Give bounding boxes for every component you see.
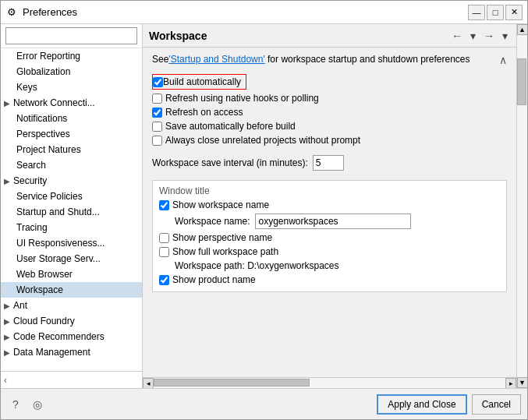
- tree-item-cloud-foundry[interactable]: ▶Cloud Foundry: [1, 313, 142, 329]
- show-perspective-label[interactable]: Show perspective name: [172, 232, 272, 243]
- close-unrelated-label[interactable]: Always close unrelated projects without …: [165, 135, 360, 146]
- bottom-left: ? ◎: [7, 396, 46, 413]
- tree-item-startup-shutdown[interactable]: Startup and Shutd...: [1, 204, 142, 220]
- checkbox-section: Build automaticallyRefresh using native …: [152, 74, 507, 146]
- window-title-label: Window title: [159, 185, 500, 196]
- nav-forward-button[interactable]: →: [481, 29, 497, 43]
- startup-shutdown-link[interactable]: 'Startup and Shutdown': [168, 54, 264, 65]
- tree-item-label: Error Reporting: [16, 51, 80, 62]
- build-auto-checkbox[interactable]: [153, 77, 163, 87]
- refresh-native-checkbox[interactable]: [152, 94, 162, 104]
- nav-dropdown-button[interactable]: ▾: [468, 29, 478, 43]
- nav-more-button[interactable]: ▾: [500, 29, 510, 43]
- tree-item-code-recommenders[interactable]: ▶Code Recommenders: [1, 329, 142, 344]
- tree-arrow-icon: ▶: [4, 177, 13, 185]
- show-product-row: Show product name: [159, 274, 500, 285]
- startup-prefix: See: [152, 54, 168, 65]
- scroll-track: [517, 35, 527, 377]
- tree-item-perspectives[interactable]: Perspectives: [1, 126, 142, 142]
- tree-item-web-browser[interactable]: Web Browser: [1, 266, 142, 282]
- nav-back-button[interactable]: ←: [449, 29, 465, 43]
- tree-item-tracing[interactable]: Tracing: [1, 220, 142, 235]
- tree-item-label: Workspace: [16, 284, 63, 295]
- tree-arrow-icon: ▶: [4, 99, 13, 108]
- h-scroll-left-arrow[interactable]: ◂: [143, 378, 154, 389]
- refresh-access-label[interactable]: Refresh on access: [165, 107, 243, 118]
- show-perspective-checkbox[interactable]: [159, 233, 169, 243]
- show-product-checkbox[interactable]: [159, 275, 169, 285]
- tree-item-ant[interactable]: ▶Ant: [1, 298, 142, 313]
- scroll-thumb[interactable]: [517, 58, 526, 105]
- tree-arrow-icon: ▶: [4, 317, 13, 326]
- h-scroll-thumb[interactable]: [154, 379, 310, 386]
- content-area: Error ReportingGlobalizationKeys▶Network…: [1, 24, 527, 388]
- checkbox-row-build-auto: Build automatically: [152, 74, 507, 90]
- tree-item-label: Globalization: [16, 66, 70, 77]
- collapse-icon[interactable]: ∧: [499, 54, 507, 66]
- maximize-button[interactable]: □: [487, 5, 504, 20]
- tree-item-network-connections[interactable]: ▶Network Connecti...: [1, 95, 142, 111]
- save-before-build-checkbox[interactable]: [152, 122, 162, 132]
- tree-item-workspace[interactable]: Workspace: [1, 282, 142, 298]
- left-arrow-icon[interactable]: ‹: [4, 375, 7, 386]
- tree-item-label: Security: [13, 175, 47, 186]
- tree-item-label: Notifications: [16, 113, 67, 124]
- tree-item-label: Search: [16, 160, 46, 171]
- workspace-name-input[interactable]: [255, 214, 411, 229]
- refresh-native-label[interactable]: Refresh using native hooks or polling: [165, 93, 319, 104]
- startup-suffix: for workspace startup and shutdown prefe…: [265, 54, 470, 65]
- show-full-path-row: Show full workspace path: [159, 246, 500, 257]
- tree-item-user-storage[interactable]: User Storage Serv...: [1, 251, 142, 266]
- interval-label: Workspace save interval (in minutes):: [152, 157, 308, 168]
- tree-item-label: Startup and Shutd...: [16, 206, 100, 217]
- search-input[interactable]: [5, 27, 137, 44]
- scroll-down-arrow[interactable]: ▼: [517, 377, 528, 388]
- panel-title: Workspace: [149, 30, 207, 42]
- window-controls: — □ ✕: [468, 5, 523, 20]
- tree-area: Error ReportingGlobalizationKeys▶Network…: [1, 48, 142, 371]
- bottom-right: Apply and Close Cancel: [377, 394, 521, 415]
- h-scroll-track: [154, 379, 505, 388]
- help-button[interactable]: ?: [7, 396, 24, 413]
- tree-item-keys[interactable]: Keys: [1, 79, 142, 95]
- scroll-up-arrow[interactable]: ▲: [517, 24, 528, 35]
- cancel-button[interactable]: Cancel: [472, 394, 521, 415]
- workspace-path-text: Workspace path: D:\oxygenworkspaces: [175, 260, 500, 271]
- close-unrelated-checkbox[interactable]: [152, 136, 162, 146]
- bottom-bar: ? ◎ Apply and Close Cancel: [1, 388, 527, 419]
- tree-item-data-management[interactable]: ▶Data Management: [1, 344, 142, 360]
- show-workspace-name-row: Show workspace name: [159, 199, 500, 210]
- tree-item-security[interactable]: ▶Security: [1, 173, 142, 189]
- tree-item-label: Data Management: [13, 347, 90, 358]
- horizontal-scrollbar: ◂ ▸: [143, 377, 516, 388]
- tree-item-search[interactable]: Search: [1, 157, 142, 173]
- right-wrapper: Workspace ← ▾ → ▾ See 'Startup and Shutd…: [143, 24, 527, 388]
- h-scroll-right-arrow[interactable]: ▸: [505, 378, 516, 389]
- show-full-path-checkbox[interactable]: [159, 247, 169, 257]
- save-before-build-label[interactable]: Save automatically before build: [165, 121, 296, 132]
- minimize-button[interactable]: —: [468, 5, 485, 20]
- tree-item-ui-responsiveness[interactable]: UI Responsiveness...: [1, 235, 142, 251]
- show-full-path-label[interactable]: Show full workspace path: [172, 246, 278, 257]
- tree-item-label: User Storage Serv...: [16, 253, 101, 264]
- tree-item-label: Network Connecti...: [13, 97, 95, 108]
- tree-item-service-policies[interactable]: Service Policies: [1, 189, 142, 204]
- build-auto-label[interactable]: Build automatically: [163, 76, 241, 87]
- tree-item-label: Web Browser: [16, 269, 73, 280]
- show-workspace-name-label[interactable]: Show workspace name: [172, 199, 269, 210]
- show-product-label[interactable]: Show product name: [172, 274, 256, 285]
- window-title-section: Window title Show workspace name Workspa…: [152, 180, 507, 292]
- apply-close-button[interactable]: Apply and Close: [377, 394, 466, 415]
- tree-item-notifications[interactable]: Notifications: [1, 111, 142, 126]
- tree-item-label: Cloud Foundry: [13, 316, 75, 326]
- tree-item-error-reporting[interactable]: Error Reporting: [1, 48, 142, 64]
- tree-item-label: Code Recommenders: [13, 331, 105, 342]
- tree-item-project-natures[interactable]: Project Natures: [1, 142, 142, 157]
- settings-icon-button[interactable]: ◎: [29, 396, 46, 413]
- right-content: See 'Startup and Shutdown' for workspace…: [143, 48, 516, 377]
- close-button[interactable]: ✕: [505, 5, 523, 20]
- tree-item-globalization[interactable]: Globalization: [1, 64, 142, 79]
- show-workspace-name-checkbox[interactable]: [159, 200, 169, 210]
- refresh-access-checkbox[interactable]: [152, 108, 162, 118]
- interval-input[interactable]: [313, 155, 344, 171]
